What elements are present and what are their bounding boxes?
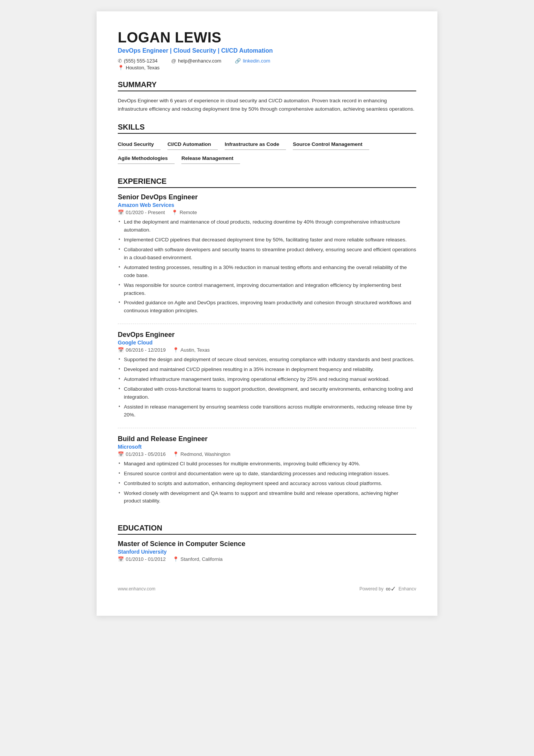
brand-name: Enhancv	[398, 586, 416, 592]
list-item: Supported the design and deployment of s…	[118, 356, 416, 364]
powered-by-text: Powered by	[359, 586, 383, 592]
skill-item: Source Control Management	[293, 139, 369, 150]
job-location: Austin, Texas	[181, 347, 210, 353]
job-title: Senior DevOps Engineer	[118, 193, 416, 201]
list-item: Collaborated with software developers an…	[118, 246, 416, 262]
location-pin-icon: 📍	[173, 347, 179, 353]
linkedin-url: linkedin.com	[243, 58, 270, 64]
list-item: Managed and optimized CI build processes…	[118, 460, 416, 468]
summary-section: SUMMARY DevOps Engineer with 6 years of …	[118, 80, 416, 113]
job-title: DevOps Engineer	[118, 331, 416, 339]
skill-item: Cloud Security	[118, 139, 161, 150]
location-pin-icon: 📍	[173, 556, 179, 562]
skills-section: SKILLS Cloud SecurityCI/CD AutomationInf…	[118, 123, 416, 167]
location-icon: 📍	[118, 65, 124, 70]
company-name: Google Cloud	[118, 340, 416, 346]
job-title: Build and Release Engineer	[118, 435, 416, 443]
edu-dates: 01/2010 - 01/2012	[126, 556, 166, 562]
skill-item: Release Management	[181, 153, 240, 164]
edu-dates-item: 📅01/2010 - 01/2012	[118, 556, 166, 562]
email-item: @ help@enhancv.com	[171, 58, 221, 64]
list-item: Automated infrastructure management task…	[118, 376, 416, 383]
education-title: EDUCATION	[118, 524, 416, 535]
edu-container: Master of Science in Computer ScienceSta…	[118, 540, 416, 562]
calendar-icon: 📅	[118, 451, 124, 457]
enhancv-icon: ∞✓	[386, 585, 396, 593]
phone-item: ✆ (555) 555-1234	[118, 58, 158, 64]
experience-title: EXPERIENCE	[118, 177, 416, 188]
education-section: EDUCATION Master of Science in Computer …	[118, 524, 416, 562]
bullet-list: Led the deployment and maintenance of cl…	[118, 218, 416, 315]
calendar-icon: 📅	[118, 556, 124, 562]
summary-text: DevOps Engineer with 6 years of experien…	[118, 97, 416, 113]
location-row: 📍 Houston, Texas	[118, 65, 416, 70]
linkedin-item[interactable]: 🔗 linkedin.com	[235, 58, 270, 64]
candidate-name: LOGAN LEWIS	[118, 30, 416, 46]
job-dates: 01/2020 - Present	[126, 210, 165, 215]
list-item: Worked closely with development and QA t…	[118, 490, 416, 506]
bullet-list: Managed and optimized CI build processes…	[118, 460, 416, 506]
location-pin-icon: 📍	[172, 210, 178, 215]
company-name: Amazon Web Services	[118, 202, 416, 208]
list-item: Collaborated with cross-functional teams…	[118, 385, 416, 401]
dates-item: 📅01/2020 - Present	[118, 210, 165, 215]
location-item: 📍Redmond, Washington	[173, 451, 231, 457]
job-block: Senior DevOps EngineerAmazon Web Service…	[118, 193, 416, 324]
resume-page: LOGAN LEWIS DevOps Engineer | Cloud Secu…	[97, 11, 437, 616]
location-text: Houston, Texas	[126, 65, 159, 70]
edu-loc-item: 📍Stanford, California	[173, 556, 223, 562]
email-icon: @	[171, 58, 176, 64]
contact-row: ✆ (555) 555-1234 @ help@enhancv.com 🔗 li…	[118, 58, 416, 64]
calendar-icon: 📅	[118, 210, 124, 215]
phone-number: (555) 555-1234	[124, 58, 158, 64]
footer-website: www.enhancv.com	[118, 586, 155, 592]
job-location: Remote	[180, 210, 197, 215]
job-meta: 📅01/2020 - Present📍Remote	[118, 210, 416, 215]
location-pin-icon: 📍	[173, 451, 179, 457]
experience-section: EXPERIENCE Senior DevOps EngineerAmazon …	[118, 177, 416, 514]
company-name: Microsoft	[118, 444, 416, 450]
list-item: Led the deployment and maintenance of cl…	[118, 218, 416, 234]
edu-location: Stanford, California	[181, 556, 223, 562]
job-dates: 06/2016 - 12/2019	[126, 347, 166, 353]
location-item: 📍Austin, Texas	[173, 347, 210, 353]
edu-school: Stanford University	[118, 549, 416, 555]
list-item: Developed and maintained CI/CD pipelines…	[118, 366, 416, 374]
job-dates: 01/2013 - 05/2016	[126, 451, 166, 457]
footer: www.enhancv.com Powered by ∞✓ Enhancv	[118, 585, 416, 593]
list-item: Was responsible for source control manag…	[118, 282, 416, 297]
dates-item: 📅06/2016 - 12/2019	[118, 347, 166, 353]
list-item: Implemented CI/CD pipelines that decreas…	[118, 236, 416, 244]
job-block: Build and Release EngineerMicrosoft📅01/2…	[118, 435, 416, 514]
list-item: Automated testing processes, resulting i…	[118, 264, 416, 280]
dates-item: 📅01/2013 - 05/2016	[118, 451, 166, 457]
edu-block: Master of Science in Computer ScienceSta…	[118, 540, 416, 562]
summary-title: SUMMARY	[118, 80, 416, 91]
skills-grid: Cloud SecurityCI/CD AutomationInfrastruc…	[118, 139, 416, 167]
skill-item: Agile Methodologies	[118, 153, 175, 164]
phone-icon: ✆	[118, 58, 122, 64]
jobs-container: Senior DevOps EngineerAmazon Web Service…	[118, 193, 416, 514]
job-block: DevOps EngineerGoogle Cloud📅06/2016 - 12…	[118, 331, 416, 428]
bullet-list: Supported the design and deployment of s…	[118, 356, 416, 419]
calendar-icon: 📅	[118, 347, 124, 353]
list-item: Contributed to scripts and automation, e…	[118, 480, 416, 488]
header: LOGAN LEWIS DevOps Engineer | Cloud Secu…	[118, 30, 416, 70]
job-meta: 📅01/2013 - 05/2016📍Redmond, Washington	[118, 451, 416, 457]
edu-meta: 📅01/2010 - 01/2012📍Stanford, California	[118, 556, 416, 562]
job-meta: 📅06/2016 - 12/2019📍Austin, Texas	[118, 347, 416, 353]
email-address: help@enhancv.com	[178, 58, 221, 64]
skill-item: Infrastructure as Code	[225, 139, 286, 150]
list-item: Provided guidance on Agile and DevOps pr…	[118, 299, 416, 315]
job-location: Redmond, Washington	[181, 451, 231, 457]
link-icon: 🔗	[235, 58, 241, 64]
location-item: 📍Remote	[172, 210, 197, 215]
candidate-title: DevOps Engineer | Cloud Security | CI/CD…	[118, 47, 416, 54]
skills-title: SKILLS	[118, 123, 416, 134]
list-item: Assisted in release management by ensuri…	[118, 403, 416, 419]
edu-degree: Master of Science in Computer Science	[118, 540, 416, 548]
skill-item: CI/CD Automation	[167, 139, 218, 150]
list-item: Ensured source control and documentation…	[118, 470, 416, 478]
enhancv-logo: Powered by ∞✓ Enhancv	[359, 585, 416, 593]
